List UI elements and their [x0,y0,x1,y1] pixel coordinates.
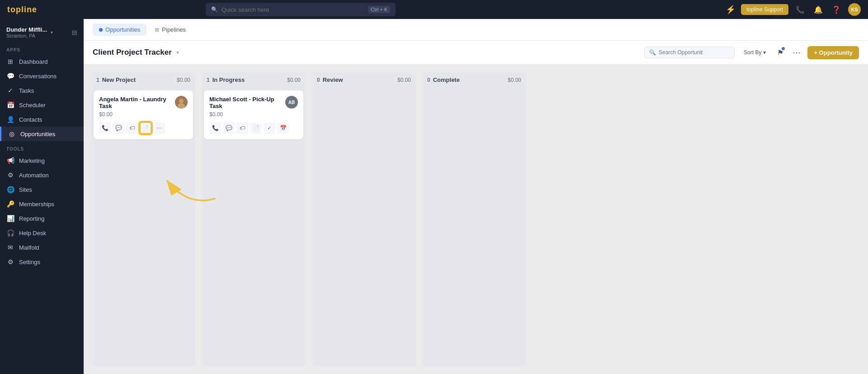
column-title: New Project [102,76,174,83]
sidebar-item-label: Memberships [19,201,54,208]
bell-icon[interactable]: 🔔 [812,3,825,16]
kanban-card: Angela Martin - Laundry Task [94,90,193,139]
sidebar-item-scheduler[interactable]: 📅 Scheduler [0,98,84,112]
chevron-down-icon: ▾ [51,30,53,35]
phone-action-button[interactable]: 📞 [99,122,111,134]
search-bar[interactable]: 🔍 Ctrl + K [206,3,396,16]
card-title-row: Michael Scott - Pick-Up Task AB [209,96,298,109]
nav-icons: ⚡ topline Support 📞 🔔 ❓ KS [726,3,861,16]
tab-dot [99,28,103,32]
kanban-board: 1 New Project $0.00 Angela Martin - Laun… [84,65,868,374]
sidebar-item-dashboard[interactable]: ⊞ Dashboard [0,54,84,69]
lightning-icon[interactable]: ⚡ [726,5,736,14]
search-opportunity[interactable]: 🔍 [644,47,735,58]
column-body: Michael Scott - Pick-Up Task AB $0.00 📞 … [201,88,306,367]
message-action-button[interactable]: 💬 [113,122,124,134]
sidebar-item-marketing[interactable]: 📢 Marketing [0,153,84,168]
filter-button[interactable]: ⚑ [775,46,786,59]
sidebar-item-automation[interactable]: ⚙ Automation [0,168,84,182]
column-amount: $0.00 [287,77,301,83]
svg-point-2 [178,103,185,109]
sidebar-item-label: Sites [19,186,32,193]
card-actions: 📞 💬 🏷 📄 ✓ 📅 [209,122,298,134]
main-layout: Dunder Miffli... Scranton, PA ▾ ⊟ Apps ⊞… [0,19,868,374]
column-count: 1 [207,77,210,83]
card-actions: 📞 💬 🏷 📄 ⋯ [99,122,188,134]
helpdesk-icon: 🎧 [6,229,14,237]
column-amount: $0.00 [397,77,411,83]
workspace-sub: Scranton, PA [6,33,47,38]
user-avatar[interactable]: KS [848,3,861,16]
content-area: Opportunities ▦ Pipelines Client Project… [84,19,868,374]
sidebar-item-helpdesk[interactable]: 🎧 Help Desk [0,226,84,240]
sidebar-item-sites[interactable]: 🌐 Sites [0,182,84,197]
sidebar-item-label: Opportunities [20,131,55,137]
dashboard-icon: ⊞ [6,58,14,65]
calendar-action-button[interactable]: 📅 [277,122,289,134]
message-action-button[interactable]: 💬 [223,122,235,134]
search-shortcut: Ctrl + K [368,6,390,13]
sort-button[interactable]: Sort By ▾ [739,47,770,58]
sidebar-item-label: Tasks [19,87,34,94]
opportunities-icon: ◎ [8,130,16,137]
kanban-column-in-progress: 1 In Progress $0.00 Michael Scott - Pick… [201,72,306,367]
avatar: AB [285,96,298,109]
support-button[interactable]: topline Support [741,4,788,15]
sidebar-item-conversations[interactable]: 💬 Conversations [0,69,84,83]
sidebar-item-label: Mailfold [19,244,39,251]
sidebar-item-label: Conversations [19,73,57,80]
card-title: Angela Martin - Laundry Task [99,96,171,109]
workspace-header[interactable]: Dunder Miffli... Scranton, PA ▾ ⊟ [0,23,84,42]
settings-icon: ⚙ [6,258,14,265]
sidebar-item-opportunities[interactable]: ◎ Opportunities [0,127,84,141]
sidebar-item-label: Dashboard [19,58,48,65]
sidebar: Dunder Miffli... Scranton, PA ▾ ⊟ Apps ⊞… [0,19,84,374]
column-body [311,88,416,367]
sidebar-item-label: Scheduler [19,102,46,109]
file-action-button[interactable]: 📄 [140,122,151,134]
apps-label: Apps [0,42,84,54]
search-opportunity-input[interactable] [659,49,722,56]
sidebar-item-settings[interactable]: ⚙ Settings [0,255,84,269]
add-opportunity-button[interactable]: + Opportunity [807,46,859,59]
sidebar-toggle-icon[interactable]: ⊟ [72,29,77,36]
column-title: In Progress [212,76,284,83]
column-count: 1 [96,77,99,83]
phone-action-button[interactable]: 📞 [209,122,221,134]
sort-label: Sort By [744,49,761,56]
scheduler-icon: 📅 [6,101,14,109]
sidebar-item-label: Help Desk [19,230,46,237]
tools-label: Tools [0,141,84,153]
tab-opportunities[interactable]: Opportunities [93,24,146,36]
help-icon[interactable]: ❓ [830,3,843,16]
card-amount: $0.00 [209,111,298,118]
sidebar-item-mailfold[interactable]: ✉ Mailfold [0,240,84,255]
more-options-button[interactable]: ⋯ [790,45,803,60]
more-action-button[interactable]: ⋯ [153,122,165,134]
sites-icon: 🌐 [6,186,14,193]
tab-label: Pipelines [162,26,186,33]
tab-pipelines[interactable]: ▦ Pipelines [148,24,192,36]
pipeline-chevron-icon[interactable]: ▾ [176,49,179,56]
sidebar-item-memberships[interactable]: 🔑 Memberships [0,197,84,211]
sidebar-item-label: Contacts [19,116,42,123]
tab-label: Opportunities [105,26,140,33]
automation-icon: ⚙ [6,171,14,179]
sidebar-item-reporting[interactable]: 📊 Reporting [0,211,84,226]
avatar [175,96,188,109]
sidebar-item-contacts[interactable]: 👤 Contacts [0,112,84,127]
tag-action-button[interactable]: 🏷 [236,122,248,134]
sidebar-item-label: Automation [19,172,49,179]
svg-point-1 [179,99,184,103]
column-header: 0 Review $0.00 [311,72,416,88]
column-title: Review [323,76,395,83]
check-action-button[interactable]: ✓ [264,122,275,134]
sidebar-item-tasks[interactable]: ✓ Tasks [0,83,84,98]
search-input[interactable] [222,6,364,13]
phone-icon[interactable]: 📞 [794,3,807,16]
filter-active-dot [782,47,785,50]
tag-action-button[interactable]: 🏷 [126,122,138,134]
search-icon: 🔍 [211,6,218,13]
mailfold-icon: ✉ [6,244,14,251]
file-action-button[interactable]: 📄 [250,122,262,134]
